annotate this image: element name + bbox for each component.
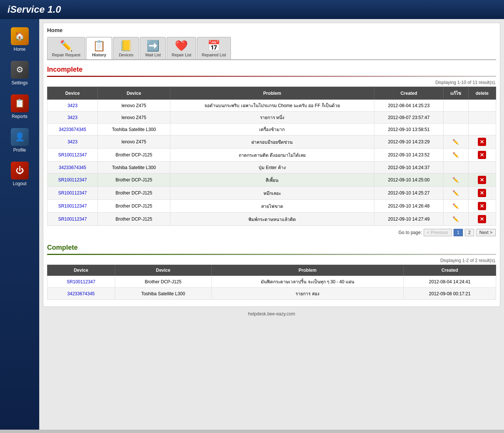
sidebar-item-logout[interactable]: ⏻ Logout (0, 157, 39, 191)
cell-problem: จอดำนบนกระพริบ เฉพาะในโปรแกรม Chome นะคร… (170, 100, 374, 112)
tab-label-repair-request: Repair Request (52, 53, 80, 57)
cell-edit: ✏️ (443, 149, 468, 162)
sidebar-item-home[interactable]: 🏠 Home (0, 23, 39, 56)
edit-button[interactable]: ✏️ (452, 151, 460, 159)
tab-label-repair-list: Repair List (171, 53, 191, 57)
delete-button[interactable]: ✕ (478, 138, 486, 146)
nav-tabs: ✏️ Repair Request 📋 History 📒 Devices ➡️… (47, 37, 496, 60)
col-created: Created (374, 87, 443, 100)
reports-icon: 📋 (11, 94, 29, 112)
cell-device-name: Brother DCP-J125 (98, 149, 170, 162)
page-1-button[interactable]: 1 (454, 229, 463, 236)
cell-problem: มันฟิดกระดาษเวลาปริ้น จะเป็นทุก ๆ 30 - 4… (211, 276, 403, 288)
complete-title: Complete (47, 244, 496, 252)
prev-button[interactable]: < Previous (424, 229, 452, 236)
delete-button[interactable]: ✕ (478, 176, 486, 184)
col-problem-c: Problem (211, 265, 403, 276)
tab-label-devices: Devices (119, 53, 133, 57)
sidebar-item-profile[interactable]: 👤 Profile (0, 124, 39, 157)
delete-button[interactable]: ✕ (478, 151, 486, 159)
cell-created: 2012-09-10 13:58:51 (374, 124, 443, 135)
app-title: iService 1.0 (7, 4, 61, 15)
cell-created: 2012-09-10 14:23:52 (374, 149, 443, 162)
cell-problem: รายการ หนึ่ง (170, 112, 374, 124)
home-box: Home ✏️ Repair Request 📋 History 📒 Devic… (43, 23, 500, 307)
cell-delete: ✕ (468, 149, 496, 162)
cell-problem: เครื่องช้ามาก (170, 124, 374, 135)
table-row: 34233674345 Toshiba Satellite L300 ปุ่ม … (47, 162, 496, 174)
device-id-link[interactable]: 34233674345 (59, 127, 86, 132)
cell-problem: สายไฟขาด (170, 200, 374, 213)
sidebar-item-reports[interactable]: 📋 Reports (0, 90, 39, 124)
main-content: Home ✏️ Repair Request 📋 History 📒 Devic… (39, 19, 504, 430)
cell-problem: ปุ่ม Enter ค้าง (170, 162, 374, 174)
complete-divider (47, 254, 496, 255)
table-row: 3423 lenovo Z475 รายการ หนึ่ง 2012-09-07… (47, 112, 496, 124)
cell-delete: ✕ (468, 174, 496, 187)
cell-edit: ✏️ (443, 187, 468, 200)
device-id-link[interactable]: 34233674345 (59, 165, 86, 170)
complete-section: Complete Displaying 1-2 of 2 result(s). … (47, 244, 496, 300)
tab-repair-request[interactable]: ✏️ Repair Request (47, 37, 85, 59)
incomplete-pagination: Go to page: < Previous 1 2 Next > (47, 229, 496, 236)
next-button[interactable]: Next > (476, 229, 496, 236)
sidebar-label-logout: Logout (13, 181, 27, 186)
cell-created: 2012-09-10 14:24:37 (374, 162, 443, 174)
table-row: SR100112347 Brother DCP-J125 สีเพี้ยน 20… (47, 174, 496, 187)
delete-button[interactable]: ✕ (478, 189, 486, 197)
col-problem: Problem (170, 87, 374, 100)
complete-table: Device Device Problem Created SR10011234… (47, 265, 496, 300)
cell-created: 2012-08-04 14:24:41 (403, 276, 496, 288)
edit-button[interactable]: ✏️ (452, 176, 460, 184)
col-device-name-c: Device (115, 265, 211, 276)
device-id-link[interactable]: SR100112347 (67, 279, 95, 284)
cell-delete: ✕ (468, 135, 496, 149)
cell-delete (468, 112, 496, 124)
cell-device-id: SR100112347 (47, 276, 115, 288)
device-id-link[interactable]: 34233674345 (67, 291, 95, 296)
device-id-link[interactable]: SR100112347 (58, 190, 87, 196)
cell-delete (468, 162, 496, 174)
device-id-link[interactable]: SR100112347 (58, 216, 87, 222)
table-row: SR100112347 Brother DCP-J125 พิมพ์กระดาษ… (47, 213, 496, 226)
cell-edit: ✏️ (443, 213, 468, 226)
cell-created: 2012-09-07 23:57:47 (374, 112, 443, 124)
device-id-link[interactable]: SR100112347 (58, 203, 87, 209)
tab-devices[interactable]: 📒 Devices (113, 37, 139, 59)
tab-wait-list[interactable]: ➡️ Wait List (140, 37, 166, 59)
cell-device-id: 34233674345 (47, 288, 115, 300)
device-id-link[interactable]: 3423 (68, 139, 78, 144)
table-row: 34233674345 Toshiba Satellite L300 รายกา… (47, 288, 496, 300)
edit-button[interactable]: ✏️ (452, 202, 460, 210)
tab-repair-list[interactable]: ❤️ Repair List (167, 37, 196, 59)
device-id-link[interactable]: SR100112347 (58, 152, 87, 158)
edit-button[interactable]: ✏️ (452, 215, 460, 223)
cell-delete (468, 124, 496, 135)
repaired-list-icon: 📅 (207, 40, 220, 52)
repair-list-icon: ❤️ (175, 40, 188, 52)
goto-label: Go to page: (399, 230, 423, 235)
cell-created: 2012-09-10 14:23:29 (374, 135, 443, 149)
tab-label-history: History (92, 53, 106, 57)
cell-edit (443, 162, 468, 174)
col-delete: delete (468, 87, 496, 100)
delete-button[interactable]: ✕ (478, 202, 486, 210)
cell-created: 2012-09-10 14:27:49 (374, 213, 443, 226)
device-id-link[interactable]: 3423 (68, 103, 78, 108)
edit-button[interactable]: ✏️ (452, 189, 460, 197)
cell-device-name: lenovo Z475 (98, 135, 170, 149)
sidebar-label-settings: Settings (12, 80, 28, 85)
edit-button[interactable]: ✏️ (452, 138, 460, 146)
sidebar-label-profile: Profile (13, 147, 26, 153)
device-id-link[interactable]: SR100112347 (58, 177, 87, 183)
sidebar-label-home: Home (13, 47, 25, 52)
cell-problem: สีเพี้ยน (170, 174, 374, 187)
sidebar-item-settings[interactable]: ⚙ Settings (0, 56, 39, 90)
table-row: SR100112347 Brother DCP-J125 ถาดกระดาษติ… (47, 149, 496, 162)
tab-repaired-list[interactable]: 📅 Repaired List (197, 37, 231, 59)
delete-button[interactable]: ✕ (478, 215, 486, 223)
tab-history[interactable]: 📋 History (86, 37, 112, 59)
page-2-button[interactable]: 2 (465, 229, 474, 236)
device-id-link[interactable]: 3423 (68, 115, 78, 120)
col-device-id-c: Device (47, 265, 115, 276)
